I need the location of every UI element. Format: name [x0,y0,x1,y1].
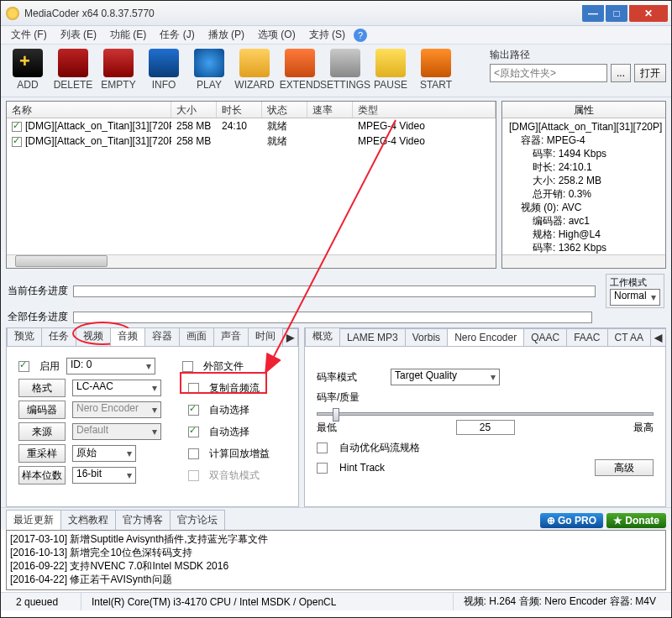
menu-task[interactable]: 任务 (J) [153,26,201,44]
add-icon [13,49,43,77]
maximize-button[interactable]: □ [606,5,627,22]
settings-button[interactable]: SETTINGS [323,48,367,93]
empty-button[interactable]: EMPTY [97,48,140,93]
log-line: [2016-10-13] 新增完全10位色深转码支持 [10,546,662,559]
empty-icon [103,49,134,77]
tab-overview[interactable]: 概览 [305,328,340,346]
donate-badge[interactable]: ★ Donate [606,513,666,528]
row-checkbox[interactable] [12,122,22,132]
work-mode-label: 工作模式 [610,276,660,289]
extend-button[interactable]: EXTEND [278,48,322,93]
hint-checkbox[interactable] [317,463,328,474]
current-progress-label: 当前任务进度 [8,284,68,298]
hint-label: Hint Track [339,462,385,474]
tab-preview[interactable]: 预览 [7,328,42,346]
resample-select[interactable]: 原始 [72,445,136,462]
logtab-blog[interactable]: 官方博客 [115,510,171,530]
info-icon [149,49,179,77]
properties-hscroll[interactable] [502,254,665,268]
source-select: Default [72,423,161,440]
extfile-label: 外部文件 [203,359,244,374]
play-button[interactable]: PLAY [187,48,231,93]
bits-select[interactable]: 16-bit [72,467,136,484]
logtab-recent[interactable]: 最近更新 [6,510,61,530]
menu-file[interactable]: 文件 (F) [4,26,54,44]
browse-button[interactable]: ... [611,64,631,82]
open-button[interactable]: 打开 [634,64,666,82]
auto-opt-checkbox[interactable] [317,443,328,453]
replaygain-checkbox[interactable] [188,448,199,459]
tab-audio[interactable]: 音频 [110,328,145,346]
logtab-docs[interactable]: 文档教程 [60,510,116,530]
col-size[interactable]: 大小 [171,102,217,118]
prop-line: 码率: 1494 Kbps [506,147,662,160]
id-select[interactable]: ID: 0 [66,358,155,374]
wizard-button[interactable]: WIZARD [233,48,276,93]
high-label: 最高 [633,421,654,435]
quality-slider[interactable] [317,412,654,416]
col-name[interactable]: 名称 [7,102,171,118]
work-mode-select[interactable]: Normal [610,289,660,306]
tab-nero[interactable]: Nero Encoder [447,328,524,346]
col-type[interactable]: 类型 [353,102,496,118]
bits-button[interactable]: 样本位数 [18,466,66,484]
autosel1-checkbox[interactable] [188,405,199,416]
menu-list[interactable]: 列表 (E) [54,26,103,44]
table-row[interactable]: [DMG][Attack_on_Titan][31][720P... 258 M… [7,118,496,134]
log-box[interactable]: [2017-03-10] 新增Suptitle Avisynth插件,支持蓝光字… [6,530,666,590]
toolbar: ADD DELETE EMPTY INFO PLAY WIZARD EXTEND… [1,45,671,97]
pause-button[interactable]: PAUSE [369,48,412,93]
file-list-hscroll[interactable] [7,254,496,268]
add-button[interactable]: ADD [6,48,50,93]
enable-checkbox[interactable] [18,361,29,372]
tab-task[interactable]: 任务 [41,328,76,346]
tab-qaac[interactable]: QAAC [523,328,567,346]
tab-container[interactable]: 容器 [144,328,180,346]
menu-func[interactable]: 功能 (E) [103,26,153,44]
tab-lame[interactable]: LAME MP3 [339,328,406,346]
logtab-forum[interactable]: 官方论坛 [170,510,225,530]
tab-scroll-left[interactable]: ◀ [650,328,665,346]
advanced-button[interactable]: 高级 [595,459,654,476]
delete-button[interactable]: DELETE [51,48,95,93]
total-progress-label: 全部任务进度 [8,310,68,324]
tab-sound[interactable]: 声音 [213,328,249,346]
close-button[interactable]: ✕ [629,5,668,22]
format-button[interactable]: 格式 [18,379,66,397]
right-tabs: 概览 LAME MP3 Vorbis Nero Encoder QAAC FAA… [305,328,665,347]
start-button[interactable]: START [414,48,458,93]
tab-faac[interactable]: FAAC [566,328,607,346]
tab-screen[interactable]: 画面 [179,328,214,346]
tab-time[interactable]: 时间 [248,328,283,346]
table-row[interactable]: [DMG][Attack_on_Titan][31][720P... 258 M… [7,134,496,149]
current-progress-bar [73,285,596,297]
tab-video[interactable]: 视频 [76,328,111,346]
info-button[interactable]: INFO [142,48,186,93]
go-pro-badge[interactable]: ⊕ Go PRO [540,513,603,528]
extfile-checkbox[interactable] [182,361,193,372]
bitrate-mode-select[interactable]: Target Quality [391,369,500,385]
minimize-button[interactable]: — [582,5,604,22]
help-icon[interactable]: ? [354,29,367,42]
menu-play[interactable]: 播放 (P) [202,26,251,44]
col-status[interactable]: 状态 [262,102,307,118]
row-checkbox[interactable] [12,137,22,147]
output-path-input[interactable]: <原始文件夹> [490,64,607,82]
menu-support[interactable]: 支持 (S) [302,26,352,44]
file-list[interactable]: 名称 大小 时长 状态 速率 类型 [DMG][Attack_on_Titan]… [6,101,496,269]
copystream-checkbox[interactable] [188,383,199,394]
slider-handle[interactable] [333,408,339,422]
menu-options[interactable]: 选项 (O) [251,26,302,44]
col-dur[interactable]: 时长 [217,102,262,118]
tab-scroll-right[interactable]: ▶ [282,328,298,346]
autosel2-checkbox[interactable] [188,427,199,437]
col-rate[interactable]: 速率 [307,102,353,118]
format-select[interactable]: LC-AAC [72,380,161,396]
tab-vorbis[interactable]: Vorbis [405,328,448,346]
encoder-button[interactable]: 编码器 [18,401,66,419]
tab-ctaa[interactable]: CT AA [607,328,651,346]
quality-label: 码率/质量 [317,390,360,405]
properties-tree[interactable]: [DMG][Attack_on_Titan][31][720P][GB 容器: … [502,118,665,254]
resample-button[interactable]: 重采样 [18,444,66,463]
source-button[interactable]: 来源 [18,422,66,441]
